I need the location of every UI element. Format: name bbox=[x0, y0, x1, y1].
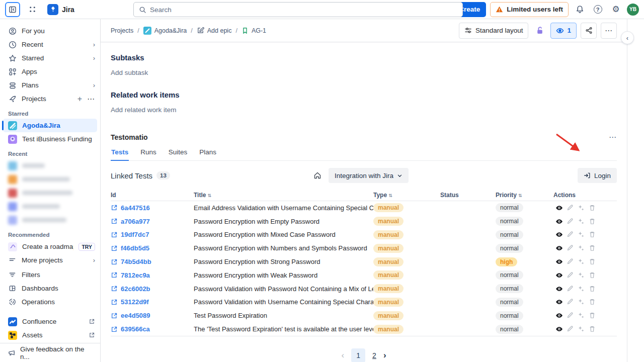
delete-trash-icon[interactable] bbox=[589, 312, 596, 319]
view-eye-icon[interactable] bbox=[555, 272, 563, 279]
app-switcher-button[interactable] bbox=[25, 3, 39, 17]
delete-trash-icon[interactable] bbox=[589, 325, 596, 333]
user-avatar[interactable]: YB bbox=[627, 4, 639, 16]
sidebar-item-more-projects[interactable]: More projects › bbox=[0, 253, 100, 267]
ai-sparkles-icon[interactable] bbox=[578, 244, 585, 252]
view-eye-icon[interactable] bbox=[555, 298, 563, 306]
test-id-link[interactable]: f46db5d5 bbox=[111, 244, 194, 252]
sidebar-item-apps[interactable]: Apps bbox=[0, 65, 100, 78]
give-feedback-button[interactable]: Give feedback on the n... bbox=[0, 343, 100, 362]
edit-pencil-icon[interactable] bbox=[567, 204, 574, 212]
view-eye-icon[interactable] bbox=[555, 204, 563, 212]
test-id-link[interactable]: 53122d9f bbox=[111, 298, 194, 306]
edit-pencil-icon[interactable] bbox=[567, 298, 574, 306]
view-eye-icon[interactable] bbox=[555, 218, 563, 225]
edit-pencil-icon[interactable] bbox=[567, 272, 574, 279]
delete-trash-icon[interactable] bbox=[589, 218, 596, 225]
test-id-link[interactable]: 74b5d4bb bbox=[111, 258, 194, 265]
sidebar-item-create-roadmap[interactable]: Create a roadmap TRY bbox=[0, 240, 100, 253]
edit-pencil-icon[interactable] bbox=[567, 244, 574, 252]
sidebar-item-dashboards[interactable]: Dashboards bbox=[0, 282, 100, 295]
delete-trash-icon[interactable] bbox=[589, 258, 596, 265]
sidebar-recent-project[interactable] bbox=[0, 213, 100, 227]
notifications-button[interactable] bbox=[573, 3, 587, 17]
test-id-link[interactable]: 639566ca bbox=[111, 325, 194, 333]
add-subtask-button[interactable]: Add subtask bbox=[111, 69, 617, 76]
add-related-item-button[interactable]: Add related work item bbox=[111, 106, 617, 114]
edit-pencil-icon[interactable] bbox=[567, 312, 574, 319]
edit-pencil-icon[interactable] bbox=[567, 231, 574, 238]
sidebar-item-projects[interactable]: Projects +⋯ bbox=[0, 92, 100, 106]
view-eye-icon[interactable] bbox=[555, 244, 563, 252]
settings-button[interactable]: ⚙ bbox=[609, 3, 623, 17]
ai-sparkles-icon[interactable] bbox=[578, 325, 585, 333]
edit-pencil-icon[interactable] bbox=[567, 285, 574, 293]
next-page-button[interactable]: › bbox=[383, 350, 386, 360]
ai-sparkles-icon[interactable] bbox=[578, 204, 585, 212]
tab-suites[interactable]: Suites bbox=[168, 148, 188, 160]
panel-more-button[interactable]: ⋯ bbox=[609, 133, 617, 142]
sidebar-project-agoda-jira[interactable]: Agoda&Jira bbox=[3, 119, 97, 132]
page-2-button[interactable]: 2 bbox=[372, 351, 376, 359]
view-eye-icon[interactable] bbox=[555, 258, 563, 265]
sidebar-item-recent[interactable]: Recent › bbox=[0, 38, 100, 51]
test-id-link[interactable]: 7812ec9a bbox=[111, 272, 194, 279]
watchers-button[interactable]: 1 bbox=[550, 23, 577, 39]
projects-more-icon[interactable]: ⋯ bbox=[87, 95, 95, 104]
tab-plans[interactable]: Plans bbox=[199, 148, 217, 160]
ai-sparkles-icon[interactable] bbox=[578, 298, 585, 306]
limited-users-button[interactable]: Limited users left bbox=[490, 2, 569, 17]
view-eye-icon[interactable] bbox=[555, 325, 563, 333]
sidebar-item-for-you[interactable]: For you bbox=[0, 24, 100, 38]
help-button[interactable]: ? bbox=[591, 3, 605, 17]
ai-sparkles-icon[interactable] bbox=[578, 218, 585, 225]
layout-button[interactable]: Standard layout bbox=[459, 23, 529, 39]
integration-dropdown[interactable]: Integration with Jira bbox=[329, 168, 409, 183]
login-button[interactable]: Login bbox=[578, 168, 617, 183]
page-1-button[interactable]: 1 bbox=[351, 348, 365, 362]
edit-pencil-icon[interactable] bbox=[567, 325, 574, 333]
sidebar-toggle-button[interactable] bbox=[5, 2, 20, 17]
global-search[interactable] bbox=[133, 2, 463, 17]
view-eye-icon[interactable] bbox=[555, 312, 563, 319]
test-id-link[interactable]: 6a447516 bbox=[111, 204, 194, 212]
delete-trash-icon[interactable] bbox=[589, 231, 596, 238]
sidebar-recent-project[interactable] bbox=[0, 200, 100, 213]
share-button[interactable] bbox=[581, 23, 597, 39]
breadcrumb-projects[interactable]: Projects bbox=[111, 27, 133, 34]
view-eye-icon[interactable] bbox=[555, 285, 563, 293]
breadcrumb-add-epic[interactable]: Add epic bbox=[197, 27, 232, 34]
column-priority[interactable]: Priority⇅ bbox=[496, 192, 553, 199]
test-id-link[interactable]: ee4d5089 bbox=[111, 312, 194, 319]
sidebar-item-operations[interactable]: Operations bbox=[0, 295, 100, 309]
sidebar-recent-project[interactable] bbox=[0, 186, 100, 200]
collapse-panel-button[interactable]: ‹ bbox=[621, 31, 634, 44]
jira-brand[interactable]: Jira bbox=[47, 4, 74, 15]
column-type[interactable]: Type⇅ bbox=[373, 192, 440, 199]
prev-page-button[interactable]: ‹ bbox=[341, 350, 344, 360]
breadcrumb-issue[interactable]: AG-1 bbox=[242, 27, 266, 34]
home-button[interactable] bbox=[313, 171, 321, 179]
tab-tests[interactable]: Tests bbox=[111, 148, 129, 161]
delete-trash-icon[interactable] bbox=[589, 272, 596, 279]
ai-sparkles-icon[interactable] bbox=[578, 258, 585, 265]
sidebar-item-confluence[interactable]: Confluence bbox=[0, 315, 100, 328]
test-id-link[interactable]: a706a977 bbox=[111, 218, 194, 225]
search-input[interactable] bbox=[150, 6, 457, 14]
sidebar-recent-project[interactable] bbox=[0, 172, 100, 186]
add-project-icon[interactable]: + bbox=[77, 95, 82, 104]
test-id-link[interactable]: 19df7dc7 bbox=[111, 231, 194, 238]
delete-trash-icon[interactable] bbox=[589, 285, 596, 293]
ai-sparkles-icon[interactable] bbox=[578, 231, 585, 238]
delete-trash-icon[interactable] bbox=[589, 204, 596, 212]
sidebar-project-test-ibusiness[interactable]: Test iBusiness Funding bbox=[0, 132, 100, 146]
sidebar-recent-project[interactable] bbox=[0, 159, 100, 172]
sidebar-item-plans[interactable]: Plans › bbox=[0, 78, 100, 92]
column-id[interactable]: Id bbox=[111, 192, 194, 199]
unlock-button[interactable] bbox=[532, 23, 546, 39]
edit-pencil-icon[interactable] bbox=[567, 218, 574, 225]
view-eye-icon[interactable] bbox=[555, 231, 563, 238]
breadcrumb-project[interactable]: Agoda&Jira bbox=[143, 27, 187, 35]
test-id-link[interactable]: 62c6002b bbox=[111, 285, 194, 293]
column-title[interactable]: Title⇅ bbox=[194, 192, 373, 199]
